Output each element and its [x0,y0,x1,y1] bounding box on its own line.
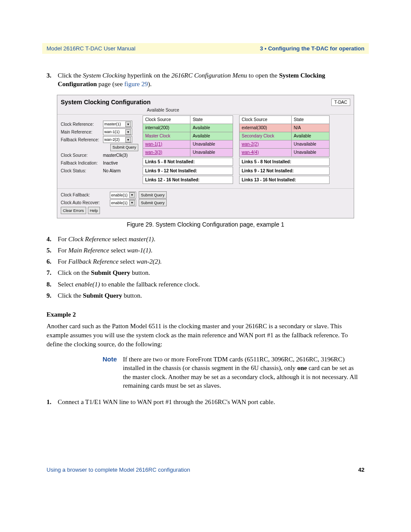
step-6: 6. For Fallback Reference select wan-2(2… [47,257,364,266]
source-tables: Clock SourceState internal(200)Available… [143,115,330,184]
clear-errors-button[interactable]: Clear Errors [61,207,86,214]
fallback-reference-label: Fallback Reference: [61,137,103,142]
footer-left: Using a browser to complete Model 2616RC… [47,467,190,473]
figure-title: System Clocking Configuration [61,99,150,106]
chevron-down-icon: ▼ [129,200,135,205]
chevron-down-icon: ▼ [125,121,131,127]
example-2-heading: Example 2 [47,311,364,318]
not-installed-row: Links 9 - 12 Not Installed: [143,167,233,175]
note-text: If there are two or more ForeFront TDM c… [123,355,361,390]
step-1b: 1. Connect a T1/E1 WAN line to WAN port … [47,398,364,406]
example-2-paragraph: Another card such as the Patton Model 65… [47,322,364,349]
not-installed-row: Links 5 - 8 Not Installed: [239,158,330,166]
available-source-label: Available Source [143,108,354,114]
wan-link[interactable]: wan-1(1) [145,142,162,146]
note-block: Note If there are two or more ForeFront … [103,355,361,390]
figure-link[interactable]: figure 29 [125,81,148,87]
fallback-indication-label: Fallback Indication: [61,161,103,165]
chevron-down-icon: ▼ [125,129,131,135]
chevron-down-icon: ▼ [125,137,131,143]
note-label: Note [103,355,117,390]
not-installed-row: Links 12 - 16 Not Installed: [143,176,233,184]
step-4: 4. For Clock Reference select master(1). [47,235,364,243]
clock-source-label: Clock Source: [61,153,103,158]
step-9: 9. Click the Submit Query button. [47,291,364,300]
clock-auto-recover-label: Clock Auto Recover: [61,200,107,205]
clock-fallback-label: Clock Fallback: [61,193,107,197]
header-left: Model 2616RC T-DAC User Manual [47,45,135,52]
clock-reference-select[interactable]: master(1)▼ [103,121,132,128]
figure-caption: Figure 29. System Clocking Configuration… [47,221,364,228]
clock-reference-label: Clock Reference: [61,122,103,127]
submit-query-button[interactable]: Submit Query [110,144,138,151]
not-installed-row: Links 5 - 8 Not Installed: [143,158,233,166]
source-table-right: Clock SourceState external(300)N/A Secon… [239,115,330,157]
step-text: Click the System Clocking hyperlink on t… [58,71,364,89]
figure-29: System Clocking Configuration T-DAC Avai… [57,95,354,218]
wan-link[interactable]: wan-3(3) [145,150,162,155]
clock-auto-recover-select[interactable]: enable(1)▼ [110,199,136,206]
help-button[interactable]: Help [88,207,100,214]
fallback-reference-select[interactable]: wan-2(2)▼ [103,136,132,143]
header-right: 3 • Configuring the T-DAC for operation [260,45,364,52]
page-number: 42 [358,467,364,473]
clock-source-value: masterClk(3) [103,153,128,158]
bottom-panel: Clock Fallback: enable(1)▼ Submit Query … [57,190,354,218]
step-8: 8. Select enable(1) to enable the fallba… [47,280,364,289]
submit-query-button[interactable]: Submit Query [139,191,167,199]
source-table-left: Clock SourceState internal(200)Available… [143,115,233,157]
step-3: 3. Click the System Clocking hyperlink o… [47,71,364,89]
wan-link[interactable]: wan-4(4) [242,150,258,155]
main-reference-select[interactable]: wan-1(1)▼ [103,128,132,135]
page-footer: Using a browser to complete Model 2616RC… [47,467,364,473]
tdac-badge: T-DAC [331,99,350,106]
submit-query-button[interactable]: Submit Query [139,199,167,206]
page-header: Model 2616RC T-DAC User Manual 3 • Confi… [42,43,369,54]
clock-status-label: Clock Status: [61,168,103,173]
step-7: 7. Click on the Submit Query button. [47,268,364,277]
not-installed-row: Links 9 - 12 Not Installed: [239,167,330,175]
fallback-indication-value: Inactive [103,161,118,165]
settings-panel: Clock Reference: master(1)▼ Main Referen… [61,115,138,184]
chevron-down-icon: ▼ [129,192,135,198]
step-number: 3. [47,71,58,89]
not-installed-row: Links 13 - 16 Not Installed: [239,176,330,184]
clock-status-value: No Alarm [103,168,121,173]
clock-fallback-select[interactable]: enable(1)▼ [110,192,136,199]
main-reference-label: Main Reference: [61,130,103,134]
step-5: 5. For Main Reference select wan-1(1). [47,246,364,255]
wan-link[interactable]: wan-2(2) [242,142,258,146]
